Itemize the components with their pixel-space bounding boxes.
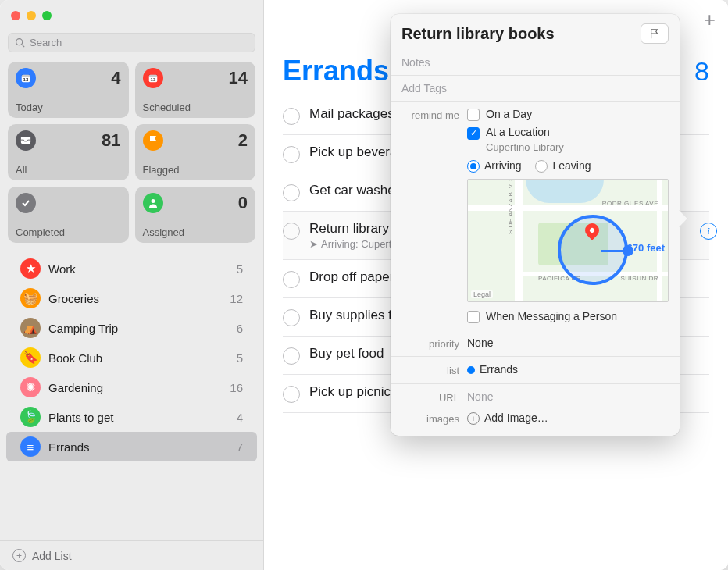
smart-count: 0 — [238, 193, 248, 213]
list-icon: 🔖 — [20, 347, 41, 368]
sidebar-list-camping-trip[interactable]: ⛺ Camping Trip 6 — [6, 313, 257, 343]
list-title: Errands — [283, 55, 389, 87]
plus-circle-icon: + — [467, 412, 480, 425]
smart-count: 4 — [111, 68, 120, 88]
checkbox-icon — [467, 311, 480, 323]
complete-toggle[interactable] — [283, 108, 300, 125]
svg-text:13: 13 — [150, 77, 155, 82]
list-name: Gardening — [48, 381, 222, 394]
complete-toggle[interactable] — [283, 386, 300, 403]
priority-label: priority — [401, 337, 467, 350]
smart-count: 2 — [238, 130, 248, 151]
smart-label: Assigned — [143, 226, 248, 238]
smart-list-today[interactable]: 13 4 Today — [8, 62, 129, 118]
geofence-distance: 670 feet — [627, 242, 665, 254]
checkbox-checked-icon: ✓ — [467, 127, 480, 140]
popover-title[interactable]: Return library books — [401, 25, 555, 43]
zoom-icon[interactable] — [42, 11, 52, 20]
smart-list-assigned[interactable]: 0 Assigned — [135, 187, 256, 243]
add-image-button[interactable]: +Add Image… — [467, 411, 669, 425]
list-color-dot-icon — [467, 366, 475, 374]
tags-field[interactable]: Add Tags — [401, 82, 447, 94]
sidebar-list-errands[interactable]: ≡ Errands 7 — [6, 432, 257, 461]
add-list-label: Add List — [32, 550, 72, 562]
sidebar-list-gardening[interactable]: ✺ Gardening 16 — [6, 372, 257, 402]
list-name: Errands — [48, 440, 229, 454]
check-icon — [16, 193, 36, 213]
sidebar-list-groceries[interactable]: 🧺 Groceries 12 — [6, 283, 257, 313]
complete-toggle[interactable] — [283, 223, 300, 240]
url-label: URL — [401, 390, 467, 404]
complete-toggle[interactable] — [283, 347, 300, 365]
reminders-window: + Search 13 4 Today 13 14 Scheduled 81 A… — [0, 0, 728, 570]
leaving-radio[interactable]: Leaving — [535, 159, 591, 173]
list-count: 6 — [237, 322, 243, 335]
flag-button[interactable] — [641, 23, 669, 44]
list-count: 7 — [237, 440, 243, 454]
images-label: images — [401, 411, 467, 425]
smart-list-completed[interactable]: Completed — [8, 187, 129, 243]
list-name: Work — [48, 262, 229, 276]
complete-toggle[interactable] — [283, 271, 300, 288]
list-name: Book Club — [48, 351, 229, 365]
window-controls — [11, 11, 52, 20]
smart-label: All — [16, 164, 121, 176]
smart-lists-grid: 13 4 Today 13 14 Scheduled 81 All 2 Flag… — [0, 59, 263, 251]
plus-circle-icon: + — [12, 549, 26, 562]
calendar-icon: 13 — [16, 68, 36, 88]
smart-list-scheduled[interactable]: 13 14 Scheduled — [135, 62, 256, 118]
list-icon: ⛺ — [20, 318, 41, 338]
list-name: Camping Trip — [48, 322, 229, 335]
list-icon: ★ — [20, 258, 41, 279]
smart-list-flagged[interactable]: 2 Flagged — [135, 124, 256, 180]
priority-value[interactable]: None — [467, 337, 669, 349]
sidebar: Search 13 4 Today 13 14 Scheduled 81 All… — [0, 0, 264, 570]
sidebar-list-work[interactable]: ★ Work 5 — [6, 254, 257, 283]
list-name: Groceries — [48, 292, 222, 305]
on-a-day-option[interactable]: On a Day — [467, 108, 669, 121]
remind-me-label: remind me — [401, 108, 467, 121]
list-field-value[interactable]: Errands — [467, 363, 669, 376]
svg-point-0 — [16, 39, 23, 45]
complete-toggle[interactable] — [283, 184, 300, 201]
smart-count: 81 — [102, 130, 120, 151]
map-pin-icon — [585, 223, 599, 237]
location-name[interactable]: Cupertino Library — [486, 141, 669, 153]
list-field-label: list — [401, 363, 467, 376]
radio-icon — [535, 160, 548, 173]
search-icon — [15, 37, 25, 48]
svg-text:13: 13 — [23, 77, 29, 82]
close-icon[interactable] — [11, 11, 20, 20]
url-value[interactable]: None — [467, 390, 669, 403]
smart-label: Flagged — [143, 164, 248, 176]
smart-label: Completed — [16, 226, 121, 238]
smart-list-all[interactable]: 81 All — [8, 124, 129, 180]
sidebar-list-book-club[interactable]: 🔖 Book Club 5 — [6, 343, 257, 372]
list-count: 5 — [237, 351, 243, 365]
list-icon: 🍃 — [20, 407, 41, 427]
complete-toggle[interactable] — [283, 309, 300, 326]
map-legal[interactable]: Legal — [471, 290, 493, 298]
location-map[interactable]: S DE ANZA BLVD RODRIGUES AVE PACIFICA DR… — [467, 179, 669, 302]
flag-icon — [649, 28, 660, 39]
notes-field[interactable]: Notes — [401, 56, 430, 69]
minimize-icon[interactable] — [27, 11, 36, 20]
at-location-option[interactable]: ✓At a Location — [467, 126, 669, 139]
svg-line-1 — [22, 45, 24, 47]
list-count: 4 — [237, 411, 243, 424]
new-reminder-button[interactable]: + — [704, 8, 716, 32]
sidebar-list-plants-to-get[interactable]: 🍃 Plants to get 4 — [6, 402, 257, 432]
complete-toggle[interactable] — [283, 146, 300, 163]
radio-checked-icon — [467, 160, 480, 173]
add-list-button[interactable]: + Add List — [0, 540, 263, 570]
arriving-radio[interactable]: Arriving — [467, 159, 521, 173]
info-button[interactable]: i — [700, 223, 717, 240]
location-arrow-icon: ➤ — [309, 238, 318, 250]
search-input[interactable]: Search — [8, 33, 255, 52]
list-count: 8 — [694, 56, 709, 87]
calendar-icon: 13 — [143, 68, 163, 88]
list-count: 5 — [237, 262, 243, 276]
person-icon — [143, 193, 163, 213]
reminder-details-popover: Return library books Notes Add Tags remi… — [391, 14, 680, 436]
when-messaging-option[interactable]: When Messaging a Person — [467, 310, 669, 323]
